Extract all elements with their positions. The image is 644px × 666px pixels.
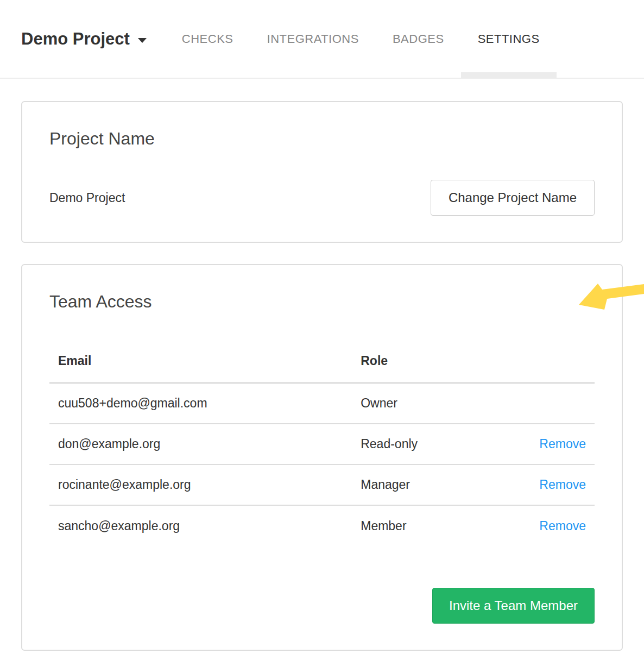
member-role: Manager bbox=[352, 464, 521, 505]
action-column-header bbox=[521, 343, 595, 383]
tab-integrations[interactable]: INTEGRATIONS bbox=[250, 0, 376, 78]
role-column-header: Role bbox=[352, 343, 521, 383]
change-project-name-button[interactable]: Change Project Name bbox=[431, 180, 595, 216]
remove-link[interactable]: Remove bbox=[539, 519, 586, 533]
invite-row: Invite a Team Member bbox=[49, 588, 595, 624]
project-name-card-title: Project Name bbox=[49, 128, 595, 149]
team-access-card: Team Access Email Role cuu508+demo@gmail… bbox=[21, 264, 623, 651]
member-email: cuu508+demo@gmail.com bbox=[49, 383, 352, 424]
table-row: cuu508+demo@gmail.com Owner bbox=[49, 383, 595, 424]
nav-tabs: CHECKSINTEGRATIONSBADGESSETTINGS bbox=[165, 0, 557, 78]
invite-team-member-button[interactable]: Invite a Team Member bbox=[432, 588, 595, 624]
top-nav: Demo Project CHECKSINTEGRATIONSBADGESSET… bbox=[0, 0, 644, 79]
table-row: rocinante@example.org Manager Remove bbox=[49, 464, 595, 505]
member-action-cell: Remove bbox=[521, 505, 595, 546]
team-table-body: cuu508+demo@gmail.com Owner don@example.… bbox=[49, 383, 595, 546]
member-action-cell bbox=[521, 383, 595, 424]
tab-checks[interactable]: CHECKS bbox=[165, 0, 250, 78]
email-column-header: Email bbox=[49, 343, 352, 383]
member-email: sancho@example.org bbox=[49, 505, 352, 546]
table-row: don@example.org Read-only Remove bbox=[49, 424, 595, 464]
tab-settings[interactable]: SETTINGS bbox=[461, 0, 557, 78]
project-title: Demo Project bbox=[21, 29, 130, 49]
member-email: rocinante@example.org bbox=[49, 464, 352, 505]
current-project-name: Demo Project bbox=[49, 191, 125, 205]
member-email: don@example.org bbox=[49, 424, 352, 464]
remove-link[interactable]: Remove bbox=[539, 477, 586, 492]
member-action-cell: Remove bbox=[521, 464, 595, 505]
chevron-down-icon bbox=[138, 38, 147, 43]
project-name-row: Demo Project Change Project Name bbox=[49, 180, 595, 216]
settings-page: Project Name Demo Project Change Project… bbox=[0, 79, 644, 651]
member-role: Read-only bbox=[352, 424, 521, 464]
team-access-card-title: Team Access bbox=[49, 291, 595, 312]
project-switcher-dropdown[interactable]: Demo Project bbox=[21, 29, 147, 49]
table-row: sancho@example.org Member Remove bbox=[49, 505, 595, 546]
member-action-cell: Remove bbox=[521, 424, 595, 464]
table-header-row: Email Role bbox=[49, 343, 595, 383]
tab-badges[interactable]: BADGES bbox=[376, 0, 461, 78]
member-role: Owner bbox=[352, 383, 521, 424]
member-role: Member bbox=[352, 505, 521, 546]
project-name-card: Project Name Demo Project Change Project… bbox=[21, 101, 623, 243]
remove-link[interactable]: Remove bbox=[539, 437, 586, 451]
team-access-table: Email Role cuu508+demo@gmail.com Owner d… bbox=[49, 343, 595, 546]
